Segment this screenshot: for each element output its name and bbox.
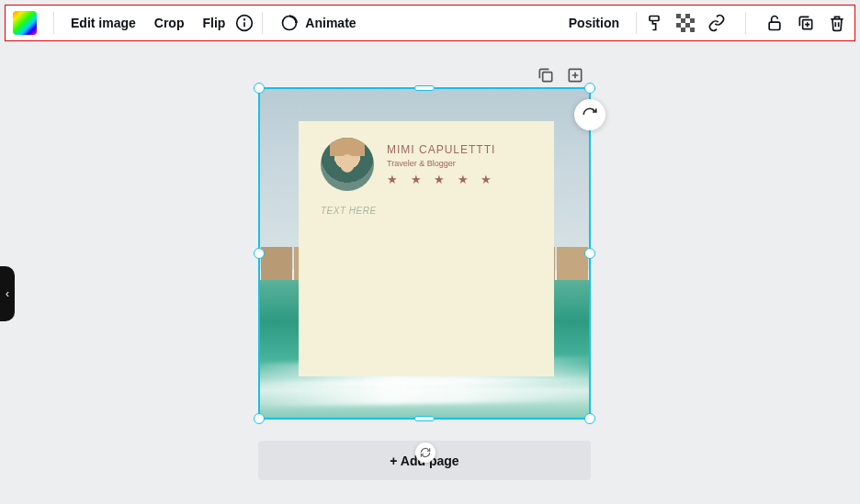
svg-rect-6 — [685, 14, 690, 18]
edit-image-button[interactable]: Edit image — [62, 16, 145, 30]
review-card[interactable]: MIMI CAPULETTTI Traveler & Blogger ★ ★ ★… — [299, 121, 554, 376]
avatar[interactable] — [321, 138, 374, 191]
page-actions — [537, 66, 584, 84]
resize-handle-br[interactable] — [584, 413, 595, 424]
format-painter-icon[interactable] — [644, 13, 664, 33]
svg-rect-15 — [543, 73, 552, 82]
duplicate-page-icon[interactable] — [537, 66, 555, 84]
toolbar: Edit image Crop Flip Animate Position — [5, 5, 855, 41]
sync-icon — [415, 442, 436, 463]
info-icon[interactable] — [234, 13, 255, 33]
canvas[interactable]: ‹ MIMI CAPULETTTI Traveler & Blo — [0, 46, 860, 504]
svg-point-2 — [244, 19, 245, 20]
resize-handle-mr[interactable] — [584, 248, 595, 259]
profile-subtitle[interactable]: Traveler & Blogger — [387, 159, 496, 168]
svg-rect-8 — [690, 18, 695, 23]
selection-box[interactable]: MIMI CAPULETTTI Traveler & Blogger ★ ★ ★… — [258, 87, 591, 420]
divider — [745, 12, 746, 34]
animate-icon — [279, 13, 300, 33]
duplicate-icon[interactable] — [796, 13, 816, 33]
link-icon[interactable] — [707, 13, 727, 33]
delete-icon[interactable] — [827, 13, 847, 33]
collapse-panel-button[interactable]: ‹ — [0, 266, 15, 321]
transparency-icon[interactable] — [675, 13, 696, 33]
crop-button[interactable]: Crop — [145, 16, 194, 30]
color-picker-button[interactable] — [13, 11, 37, 35]
flip-button[interactable]: Flip — [193, 16, 234, 30]
lock-icon[interactable] — [764, 13, 785, 33]
svg-rect-13 — [769, 22, 780, 29]
animate-button[interactable]: Animate — [270, 13, 365, 33]
resize-handle-mt[interactable] — [414, 85, 435, 91]
profile-name[interactable]: MIMI CAPULETTTI — [387, 143, 496, 156]
position-button[interactable]: Position — [560, 16, 628, 30]
divider — [53, 12, 54, 34]
add-page-icon[interactable] — [566, 66, 584, 84]
svg-rect-9 — [676, 23, 681, 28]
text-placeholder[interactable]: TEXT HERE — [299, 198, 554, 223]
svg-rect-4 — [650, 17, 659, 21]
divider — [636, 12, 637, 34]
svg-rect-12 — [690, 28, 695, 32]
svg-rect-10 — [685, 23, 690, 28]
regenerate-button[interactable] — [574, 99, 605, 130]
resize-handle-tl[interactable] — [254, 83, 265, 94]
svg-rect-7 — [681, 18, 685, 23]
resize-handle-tr[interactable] — [584, 83, 595, 94]
resize-handle-bl[interactable] — [254, 413, 265, 424]
star-rating[interactable]: ★ ★ ★ ★ ★ — [387, 173, 496, 186]
svg-rect-5 — [676, 14, 681, 18]
divider — [262, 12, 263, 34]
animate-label: Animate — [305, 16, 356, 30]
resize-handle-mb[interactable] — [414, 416, 435, 421]
svg-rect-11 — [681, 28, 685, 32]
resize-handle-ml[interactable] — [254, 248, 265, 259]
